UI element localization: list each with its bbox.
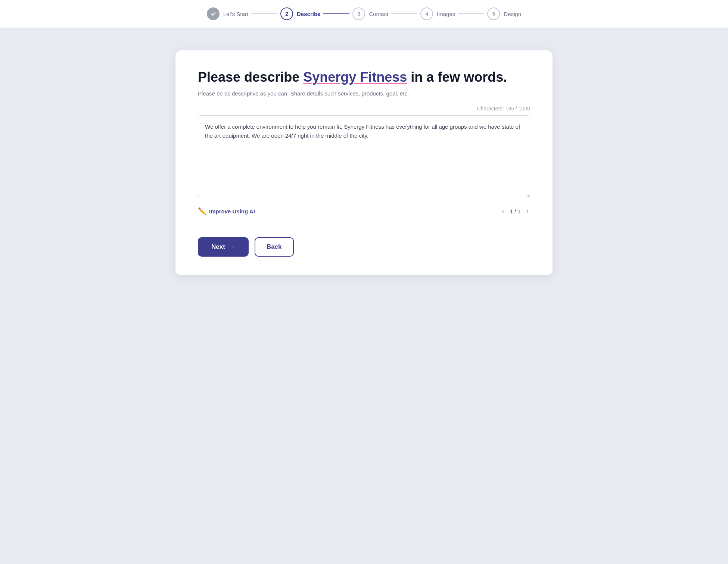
description-textarea[interactable]: We offer a complete environment to help …	[198, 115, 530, 197]
step-3-label: Contact	[369, 11, 388, 17]
stepper-bar: Let's Start 2 Describe 3 Contact 4 Image…	[0, 0, 728, 28]
step-2: 2 Describe	[280, 7, 320, 20]
ai-improve-label: Improve Using AI	[209, 208, 255, 214]
step-1-label: Let's Start	[223, 11, 248, 17]
step-5-label: Design	[504, 11, 521, 17]
divider	[198, 225, 530, 225]
char-count: Characters: 195 / 1000	[198, 106, 530, 112]
actions: Next → Back	[198, 237, 530, 257]
pagination-next-button[interactable]: ›	[525, 206, 530, 216]
connector-1	[251, 13, 277, 14]
connector-4	[458, 13, 484, 14]
step-4: 4 Images	[420, 7, 455, 20]
card-subtitle: Please be as descriptive as you can. Sha…	[198, 90, 530, 97]
ai-improve-section: ✏️ Improve Using AI ‹ 1 / 1 ›	[198, 206, 530, 216]
stepper: Let's Start 2 Describe 3 Contact 4 Image…	[207, 7, 521, 20]
card: Please describe Synergy Fitness in a few…	[175, 50, 553, 275]
title-prefix: Please describe	[198, 69, 303, 85]
chevron-left-icon: ‹	[502, 208, 504, 214]
back-button[interactable]: Back	[255, 237, 294, 257]
step-2-label: Describe	[297, 11, 320, 17]
business-name: Synergy Fitness	[303, 69, 407, 85]
title-suffix: in a few words.	[407, 69, 507, 85]
step-5-circle: 5	[487, 7, 500, 20]
ai-icon: ✏️	[198, 207, 206, 215]
next-label: Next	[211, 243, 225, 251]
step-4-label: Images	[437, 11, 455, 17]
step-3: 3 Contact	[352, 7, 388, 20]
step-3-circle: 3	[352, 7, 365, 20]
step-5: 5 Design	[487, 7, 521, 20]
step-1-circle	[207, 7, 220, 20]
checkmark-icon	[210, 11, 216, 17]
pagination-prev-button[interactable]: ‹	[500, 206, 505, 216]
pagination: ‹ 1 / 1 ›	[500, 206, 530, 216]
card-title: Please describe Synergy Fitness in a few…	[198, 69, 530, 85]
back-label: Back	[267, 243, 282, 250]
arrow-right-icon: →	[229, 243, 235, 251]
next-button[interactable]: Next →	[198, 237, 249, 257]
improve-ai-button[interactable]: ✏️ Improve Using AI	[198, 207, 255, 215]
main-content: Please describe Synergy Fitness in a few…	[168, 28, 560, 290]
step-1: Let's Start	[207, 7, 248, 20]
step-2-circle: 2	[280, 7, 293, 20]
pagination-label: 1 / 1	[510, 208, 520, 214]
connector-3	[391, 13, 417, 14]
step-4-circle: 4	[420, 7, 433, 20]
chevron-right-icon: ›	[527, 208, 529, 214]
connector-2	[323, 13, 349, 14]
